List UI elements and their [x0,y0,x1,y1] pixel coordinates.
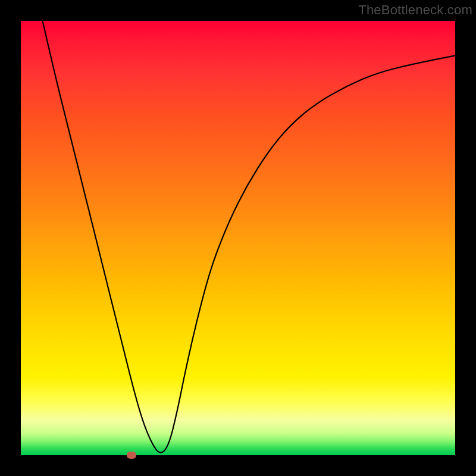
plot-area [21,21,455,455]
curve-svg [21,21,455,455]
bottleneck-curve-path [43,21,456,453]
chart-frame: TheBottleneck.com [0,0,476,476]
optimum-marker [127,452,136,459]
watermark-text: TheBottleneck.com [358,2,472,18]
